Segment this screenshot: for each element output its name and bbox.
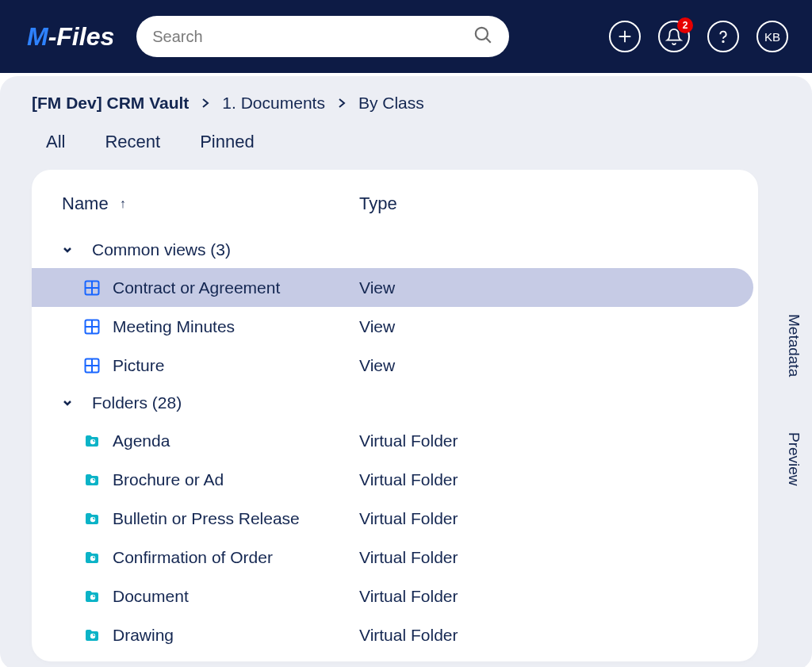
list-item[interactable]: Contract or AgreementView	[32, 268, 753, 307]
item-type: Virtual Folder	[359, 509, 758, 528]
item-type: View	[359, 278, 753, 297]
logo-part-files: -Files	[48, 24, 115, 49]
logo-part-m: M	[27, 24, 48, 49]
breadcrumb-item[interactable]: By Class	[358, 94, 424, 113]
item-name: Meeting Minutes	[113, 317, 359, 336]
tab-recent[interactable]: Recent	[105, 132, 160, 152]
sort-ascending-icon: ↑	[120, 197, 126, 211]
breadcrumb-separator-icon	[201, 94, 209, 113]
user-avatar[interactable]: KB	[756, 21, 788, 52]
column-name-label: Name	[62, 194, 109, 214]
virtual-folder-icon	[79, 433, 113, 449]
listing-rows: Common views (3)Contract or AgreementVie…	[32, 232, 758, 654]
item-type: View	[359, 356, 758, 375]
list-item[interactable]: Confirmation of OrderVirtual Folder	[32, 538, 758, 577]
group-label: Common views (3)	[92, 240, 231, 259]
group-header[interactable]: Folders (28)	[32, 385, 758, 421]
tab-pinned[interactable]: Pinned	[200, 132, 255, 152]
view-icon	[79, 319, 113, 335]
view-tabs: AllRecentPinned	[0, 113, 812, 170]
list-item[interactable]: AgendaVirtual Folder	[32, 421, 758, 460]
item-name: Drawing	[113, 626, 359, 645]
top-bar: M-Files 2 KB	[0, 0, 812, 73]
header-actions: 2 KB	[609, 21, 788, 52]
avatar-initials: KB	[764, 30, 780, 44]
chevron-down-icon	[62, 397, 92, 408]
column-name[interactable]: Name ↑	[62, 194, 359, 214]
breadcrumb-item[interactable]: 1. Documents	[222, 94, 325, 113]
search-input[interactable]	[152, 28, 473, 46]
item-name: Agenda	[113, 431, 359, 450]
breadcrumb-separator-icon	[338, 94, 346, 113]
breadcrumb: [FM Dev] CRM Vault1. DocumentsBy Class	[0, 94, 812, 113]
view-icon	[79, 358, 113, 374]
notifications-button[interactable]: 2	[658, 21, 690, 52]
item-type: View	[359, 317, 758, 336]
list-item[interactable]: Bulletin or Press ReleaseVirtual Folder	[32, 499, 758, 538]
item-name: Confirmation of Order	[113, 548, 359, 567]
item-type: Virtual Folder	[359, 548, 758, 567]
notification-badge: 2	[677, 17, 693, 33]
search-box[interactable]	[136, 16, 509, 57]
side-tab-preview[interactable]: Preview	[785, 432, 802, 486]
svg-point-4	[722, 41, 723, 42]
item-type: Virtual Folder	[359, 470, 758, 489]
listing-card: Name ↑ Type Common views (3)Contract or …	[32, 170, 758, 661]
app-logo[interactable]: M-Files	[27, 24, 114, 49]
item-name: Bulletin or Press Release	[113, 509, 359, 528]
item-name: Contract or Agreement	[113, 278, 359, 297]
item-type: Virtual Folder	[359, 626, 758, 645]
list-item[interactable]: PictureView	[32, 346, 758, 385]
side-tabs: MetadataPreview	[785, 314, 802, 486]
side-tab-metadata[interactable]: Metadata	[785, 314, 802, 377]
search-icon[interactable]	[473, 25, 493, 48]
help-button[interactable]	[707, 21, 739, 52]
item-type: Virtual Folder	[359, 431, 758, 450]
column-headers: Name ↑ Type	[32, 194, 758, 232]
breadcrumb-item[interactable]: [FM Dev] CRM Vault	[32, 94, 189, 113]
virtual-folder-icon	[79, 550, 113, 565]
virtual-folder-icon	[79, 511, 113, 527]
view-icon	[79, 280, 113, 296]
column-type-label: Type	[359, 194, 397, 213]
chevron-down-icon	[62, 244, 92, 255]
group-label: Folders (28)	[92, 393, 182, 412]
svg-line-1	[487, 38, 491, 42]
svg-point-0	[476, 28, 488, 40]
virtual-folder-icon	[79, 627, 113, 643]
tab-all[interactable]: All	[46, 132, 65, 152]
item-name: Picture	[113, 356, 359, 375]
item-name: Document	[113, 587, 359, 606]
item-type: Virtual Folder	[359, 587, 758, 606]
add-button[interactable]	[609, 21, 641, 52]
column-type[interactable]: Type	[359, 194, 758, 214]
main-area: [FM Dev] CRM Vault1. DocumentsBy Class A…	[0, 76, 812, 667]
virtual-folder-icon	[79, 588, 113, 604]
list-item[interactable]: DrawingVirtual Folder	[32, 615, 758, 654]
item-name: Brochure or Ad	[113, 470, 359, 489]
group-header[interactable]: Common views (3)	[32, 232, 758, 268]
list-item[interactable]: Meeting MinutesView	[32, 307, 758, 346]
list-item[interactable]: Brochure or AdVirtual Folder	[32, 460, 758, 499]
list-item[interactable]: DocumentVirtual Folder	[32, 577, 758, 615]
virtual-folder-icon	[79, 472, 113, 488]
